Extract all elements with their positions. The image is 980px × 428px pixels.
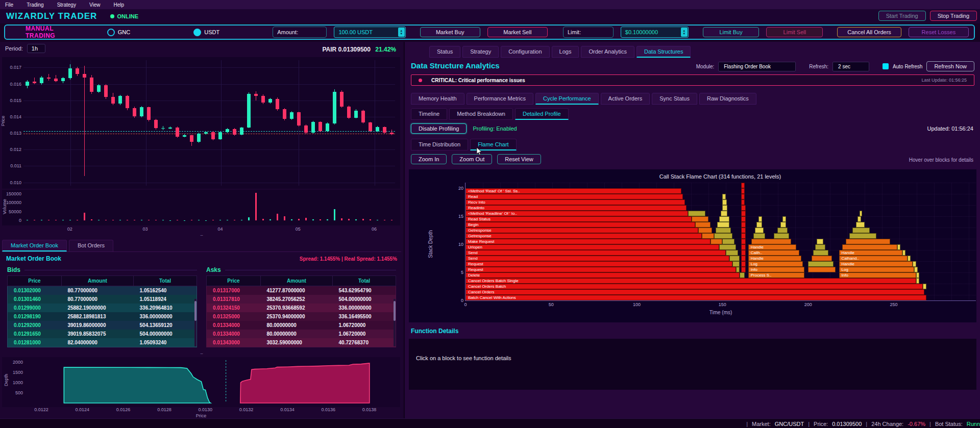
flame-block[interactable]	[908, 256, 911, 261]
flame-block[interactable]	[688, 211, 705, 216]
flame-block[interactable]	[695, 222, 710, 228]
refresh-interval-select[interactable]: 2 sec	[832, 62, 869, 71]
flame-block[interactable]: Info	[839, 272, 916, 278]
flame-block[interactable]: Getresponse	[465, 228, 698, 233]
auto-refresh-checkbox[interactable]	[883, 63, 889, 69]
table-row[interactable]: 0.0132415025370.93668592336.00000000	[207, 304, 396, 312]
start-trading-button[interactable]: Start Trading	[878, 11, 926, 21]
flame-block[interactable]	[741, 211, 745, 216]
flame-block[interactable]: <Method 'Read' Of ' Ssl. Ss..	[465, 188, 681, 194]
flame-block[interactable]	[722, 205, 727, 211]
subtab-detailed-profile[interactable]: Detailed Profile	[515, 108, 569, 120]
flame-block[interactable]	[774, 233, 789, 239]
flame-block[interactable]	[813, 250, 828, 256]
flame-block[interactable]: Begin	[465, 222, 695, 228]
flame-block[interactable]: Cancel Orders	[465, 289, 924, 295]
base-asset-radio[interactable]: GNC	[107, 29, 130, 36]
flame-block[interactable]	[741, 261, 745, 267]
flame-block[interactable]	[914, 267, 918, 272]
flame-block[interactable]	[741, 256, 745, 261]
flame-block[interactable]	[714, 233, 733, 239]
flame-block[interactable]: Handle	[839, 250, 902, 256]
flame-block[interactable]	[741, 199, 745, 205]
table-row[interactable]: 0.0131781038245.27056252504.00000000	[207, 295, 396, 304]
flame-block[interactable]: Batch Cancel With Actions	[465, 295, 926, 300]
flame-block[interactable]: Handle	[748, 244, 796, 250]
flame-block[interactable]: Make Request	[465, 239, 710, 244]
flame-block[interactable]	[846, 239, 890, 244]
flame-block[interactable]	[860, 211, 862, 216]
flame-block[interactable]: Cancel Orders Batch	[465, 284, 923, 289]
flame-block[interactable]: Delete	[465, 272, 740, 278]
flame-block[interactable]: Info	[748, 267, 805, 272]
flame-block[interactable]: <Method 'Readline' Of ' Io..	[465, 211, 688, 216]
limit-buy-button[interactable]: Limit Buy	[703, 27, 760, 37]
tab-data-structures[interactable]: Data Structures	[636, 46, 691, 58]
flame-block[interactable]	[719, 216, 729, 222]
candlestick-chart[interactable]: 0.0170.0160.0150.0140.0130.0120.0110.010…	[2, 57, 400, 189]
flame-block[interactable]	[741, 267, 745, 272]
menu-strategy[interactable]: Strategy	[57, 2, 76, 8]
flame-block[interactable]	[902, 250, 906, 256]
tab-market-order-book[interactable]: Market Order Book	[2, 240, 67, 251]
flame-block[interactable]	[702, 233, 714, 239]
table-row[interactable]: 0.0128100082.040000001.05093240	[8, 338, 197, 347]
flame-block[interactable]	[782, 216, 786, 222]
refresh-now-button[interactable]: Refresh Now	[926, 61, 974, 71]
tab-strategy[interactable]: Strategy	[462, 46, 499, 58]
tab-sync-status[interactable]: Sync Status	[652, 93, 697, 105]
market-sell-button[interactable]: Market Sell	[487, 27, 548, 37]
flame-block[interactable]: Request	[465, 267, 736, 272]
flame-block[interactable]	[751, 239, 791, 244]
flame-block[interactable]	[815, 244, 825, 250]
flame-block[interactable]	[741, 222, 745, 228]
module-select[interactable]: Flashing Order Book	[718, 62, 796, 71]
flame-block[interactable]	[857, 216, 861, 222]
tab-memory-health[interactable]: Memory Health	[411, 93, 464, 105]
flame-block[interactable]	[741, 244, 745, 250]
spinner-arrows-icon[interactable]: ▲▼	[681, 28, 688, 37]
flame-block[interactable]: Request	[465, 261, 732, 267]
flame-block[interactable]: Callh..	[748, 250, 800, 256]
table-row[interactable]: 0.0130146080.770000001.05118924	[8, 295, 197, 304]
market-buy-button[interactable]: Market Buy	[420, 27, 480, 37]
tab-raw-diagnostics[interactable]: Raw Diagnostics	[699, 93, 756, 105]
flame-block[interactable]	[812, 256, 832, 261]
asks-table[interactable]: PriceAmountTotal0.0131700041277.87000000…	[206, 275, 396, 347]
tab-active-orders[interactable]: Active Orders	[601, 93, 650, 105]
zoom-out-button[interactable]: Zoom Out	[452, 154, 492, 164]
flame-block[interactable]: Readinto	[465, 205, 687, 211]
flame-block[interactable]	[741, 233, 745, 239]
flame-block[interactable]	[710, 239, 722, 244]
limit-field[interactable]: Limit:	[563, 27, 614, 38]
flame-block[interactable]	[741, 194, 745, 199]
flame-block[interactable]: Send	[465, 250, 726, 256]
flame-block[interactable]	[740, 272, 745, 278]
table-row[interactable]: 0.0133400080.000000001.06720000	[207, 330, 396, 338]
amount-spinner[interactable]: 100.00 USDT ▲▼	[334, 27, 405, 38]
flame-block[interactable]: Send	[465, 256, 729, 261]
flame-block[interactable]	[808, 267, 836, 272]
tab-logs[interactable]: Logs	[552, 46, 579, 58]
limit-spinner[interactable]: $0.10000000 ▲▼	[621, 27, 689, 38]
flame-chart-plot[interactable]: Stack Depth Time (ms) 051015200501001502…	[465, 183, 976, 301]
flame-block[interactable]	[741, 183, 745, 188]
bids-table[interactable]: PriceAmountTotal0.0130200080.770000001.0…	[7, 275, 197, 347]
table-row[interactable]: 0.0129165039019.85832075504.00000000	[8, 330, 197, 338]
flame-block[interactable]	[817, 239, 823, 244]
spinner-arrows-icon[interactable]: ▲▼	[398, 28, 405, 37]
menu-view[interactable]: View	[89, 2, 101, 8]
tab-status[interactable]: Status	[429, 46, 460, 58]
splitter-handle[interactable]: ⎯	[0, 352, 403, 355]
zoom-in-button[interactable]: Zoom In	[411, 154, 447, 164]
flame-block[interactable]	[722, 194, 726, 199]
subtab-method-breakdown[interactable]: Method Breakdown	[449, 108, 513, 120]
flame-block[interactable]: Log	[748, 261, 803, 267]
flame-block[interactable]	[753, 233, 765, 239]
flame-block[interactable]	[897, 244, 901, 250]
flame-block[interactable]	[741, 216, 745, 222]
flame-block[interactable]	[717, 222, 729, 228]
splitter-handle[interactable]: ⎯	[0, 234, 403, 237]
flame-block[interactable]: Getresponse	[465, 233, 702, 239]
flame-block[interactable]	[916, 272, 920, 278]
